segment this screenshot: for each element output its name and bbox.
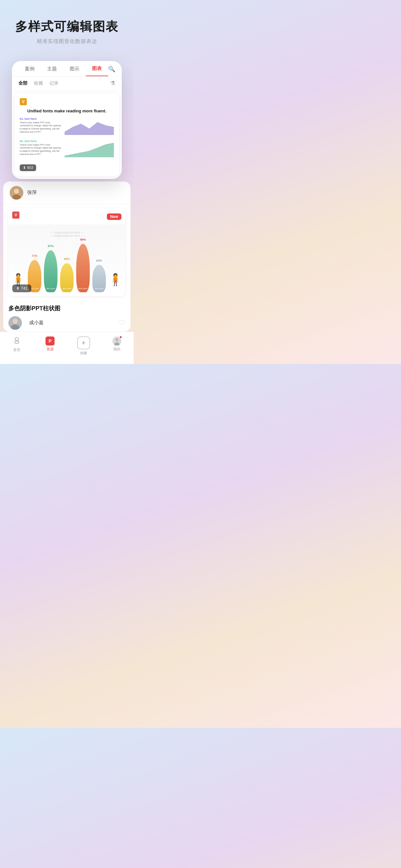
chart-desc-1: Theme color makes PPT more convenient to… bbox=[20, 121, 61, 134]
nav-label-home: 首页 bbox=[13, 347, 20, 352]
template-card-2[interactable]: V New — Supporting line here —— Supporti… bbox=[8, 208, 125, 296]
download-icon-2: ⬇ bbox=[16, 286, 19, 290]
sub-title: 精准实现图形化数据表达 bbox=[10, 38, 124, 45]
nav-item-create[interactable]: + 创建 bbox=[67, 335, 100, 358]
user-name-2: 成小嘉 bbox=[29, 320, 43, 326]
bottom-nav: 首页 P 资源 + 创建 我的 bbox=[0, 332, 134, 364]
phone-tab-bar: 案例 主题 图示 图表 🔍 bbox=[12, 61, 122, 76]
filter-icon[interactable]: ⚗ bbox=[110, 80, 115, 87]
nav-item-my[interactable]: 我的 bbox=[100, 335, 134, 358]
svg-marker-1 bbox=[65, 143, 114, 157]
search-icon[interactable]: 🔍 bbox=[108, 66, 115, 76]
svg-point-11 bbox=[115, 338, 119, 341]
nav-item-home[interactable]: 首页 bbox=[0, 335, 34, 358]
pct-3: 65% bbox=[64, 257, 70, 260]
pct-2: 87% bbox=[48, 244, 54, 248]
download-count-1: 653 bbox=[27, 166, 33, 169]
download-badge-1: ⬇ 653 bbox=[20, 164, 36, 171]
nav-item-resources[interactable]: P 资源 bbox=[34, 335, 67, 358]
label-5: text here bbox=[95, 287, 103, 290]
notification-dot bbox=[120, 336, 122, 338]
create-icon: + bbox=[77, 337, 90, 349]
supporting-text: — Supporting line here —— Supporting lin… bbox=[12, 231, 121, 237]
bar-4: 96% text here bbox=[76, 238, 90, 292]
v-badge-2: V bbox=[12, 212, 19, 219]
content-section: 张萍 V New — Supporting line here —— Suppo… bbox=[3, 182, 130, 332]
chart-num-1: 01. text here bbox=[20, 117, 61, 120]
phone-sub-tab-bar: 全部 收藏 记录 ⚗ bbox=[12, 76, 122, 90]
label-2: text here bbox=[46, 287, 55, 290]
figure-right: 🧍 bbox=[108, 273, 123, 286]
bar-5: 63% text here bbox=[92, 259, 106, 292]
subtab-favorites[interactable]: 收藏 bbox=[34, 81, 43, 86]
subtab-all[interactable]: 全部 bbox=[19, 81, 27, 86]
card2-header: V New bbox=[8, 208, 125, 224]
resources-icon: P bbox=[45, 337, 55, 345]
area-chart-purple bbox=[65, 117, 114, 135]
bar-2: 87% text here bbox=[44, 244, 58, 292]
user-avatar-1 bbox=[10, 186, 23, 199]
chart-row-2: 02. text here Theme color makes PPT more… bbox=[20, 140, 114, 159]
chart-num-2: 02. text here bbox=[20, 140, 61, 143]
tab-theme[interactable]: 主题 bbox=[41, 66, 64, 76]
card-footer-user: 成小嘉 ♡ bbox=[8, 316, 125, 330]
bar-3: 65% text here bbox=[60, 257, 73, 292]
phone-mockup: 案例 主题 图示 图表 🔍 全部 收藏 记录 ⚗ V Unified fonts… bbox=[12, 61, 122, 179]
template-image-area: — Supporting line here —— Supporting lin… bbox=[8, 224, 125, 296]
card-footer: 多色阴影PPT柱状图 成小嘉 ♡ bbox=[3, 300, 130, 332]
area-chart-green bbox=[65, 140, 114, 157]
tab-cases[interactable]: 案例 bbox=[19, 66, 41, 76]
label-4: text here bbox=[79, 287, 87, 290]
label-1: text here bbox=[30, 287, 39, 290]
download-icon: ⬇ bbox=[23, 166, 26, 170]
home-icon bbox=[13, 337, 21, 346]
label-3: text here bbox=[62, 287, 71, 290]
user-name-1: 张萍 bbox=[27, 190, 37, 196]
card-title: Unified fonts make reading more fluent. bbox=[20, 108, 114, 113]
page-container: 多样式可编辑图表 精准实现图形化数据表达 案例 主题 图示 图表 🔍 全部 收藏… bbox=[0, 0, 134, 364]
new-badge: New bbox=[107, 213, 121, 220]
download-count-2: 741 bbox=[21, 286, 27, 290]
svg-marker-0 bbox=[65, 122, 114, 135]
pct-1: 71% bbox=[32, 254, 37, 257]
chart-row-1: 01. text here Theme color makes PPT more… bbox=[20, 117, 114, 136]
nav-label-my: 我的 bbox=[113, 347, 120, 352]
svg-point-6 bbox=[12, 319, 18, 324]
chart-desc-2: Theme color makes PPT more convenient to… bbox=[20, 144, 61, 156]
svg-point-8 bbox=[15, 337, 19, 341]
svg-rect-9 bbox=[15, 341, 19, 343]
tab-charts[interactable]: 图表 bbox=[86, 66, 109, 76]
avatar-image-2 bbox=[8, 316, 22, 330]
avatar-image-1 bbox=[10, 186, 23, 199]
user-row-1: 张萍 bbox=[3, 182, 130, 205]
nav-label-create: 创建 bbox=[80, 351, 87, 355]
v-badge: V bbox=[20, 98, 27, 105]
nav-label-resources: 资源 bbox=[47, 347, 54, 352]
download-badge-2: ⬇ 741 bbox=[12, 284, 31, 292]
avatar-placeholder-1 bbox=[10, 186, 23, 199]
phone-inner-card: V Unified fonts make reading more fluent… bbox=[14, 93, 119, 176]
heart-icon[interactable]: ♡ bbox=[119, 319, 125, 327]
tab-icons[interactable]: 图示 bbox=[63, 66, 86, 76]
pct-4: 96% bbox=[80, 238, 86, 241]
pct-5: 63% bbox=[96, 259, 102, 262]
svg-point-3 bbox=[14, 189, 19, 194]
main-title: 多样式可编辑图表 bbox=[10, 20, 124, 34]
card-footer-title: 多色阴影PPT柱状图 bbox=[8, 305, 125, 312]
my-avatar bbox=[112, 337, 121, 345]
subtab-history[interactable]: 记录 bbox=[50, 81, 58, 86]
user-avatar-2 bbox=[8, 316, 22, 330]
header-section: 多样式可编辑图表 精准实现图形化数据表达 bbox=[0, 0, 134, 55]
